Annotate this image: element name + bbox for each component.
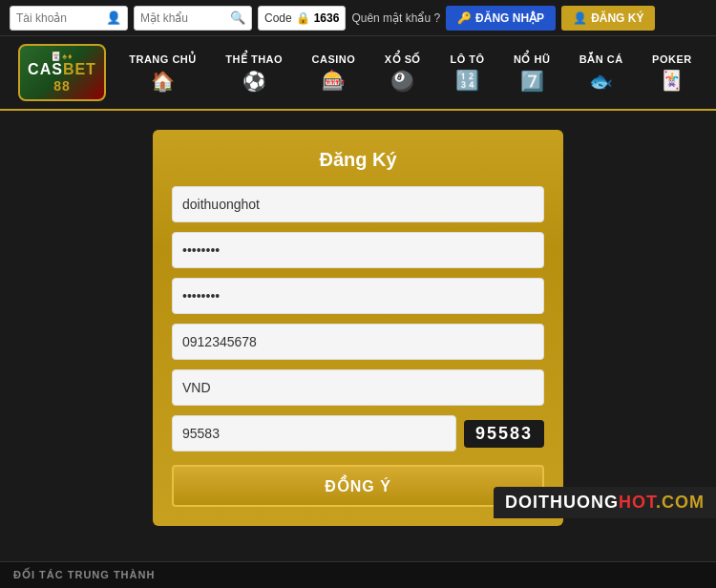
submit-button[interactable]: ĐỒNG Ý [172, 465, 544, 507]
login-icon: 🔑 [457, 11, 472, 25]
register-button[interactable]: 👤 ĐĂNG KÝ [561, 6, 655, 31]
nav-item-trangchu[interactable]: TRANG CHỦ 🏠 [121, 50, 204, 96]
nav-label-loto: LÔ TÔ [450, 53, 484, 65]
username-input-wrap: 👤 [10, 6, 128, 31]
form-title: Đăng Ký [172, 149, 544, 171]
logo-top: 🃏♠♦ [28, 52, 96, 61]
badge-com: COM [662, 493, 705, 512]
code-value: 1636 [314, 11, 340, 25]
search-icon: 🔍 [230, 10, 245, 25]
lock-icon: 🔒 [296, 11, 310, 25]
nav-item-thethao[interactable]: THỂ THAO ⚽ [218, 50, 290, 96]
nav-label-trangchu: TRANG CHỦ [129, 53, 197, 66]
nav-item-casino[interactable]: CASINO 🎰 [305, 50, 364, 95]
password-field [172, 232, 544, 268]
register-form: Đăng Ký doithuonghot 95583 ĐỒNG Ý [153, 130, 563, 526]
nav-icon-xoso: 🎱 [390, 70, 414, 93]
login-label: ĐĂNG NHẬP [475, 11, 544, 25]
main-content: Đăng Ký doithuonghot 95583 ĐỒNG Ý DOITHU… [0, 111, 716, 545]
currency-field [172, 369, 544, 406]
nav-item-loto[interactable]: LÔ TÔ 🔢 [442, 50, 492, 95]
captcha-display: 95583 [464, 420, 544, 448]
reg-password-input[interactable] [172, 232, 544, 268]
nav-item-poker[interactable]: POKER 🃏 [644, 50, 700, 95]
password-input-wrap: 🔍 [134, 6, 252, 31]
nav-items: TRANG CHỦ 🏠 THỂ THAO ⚽ CASINO 🎰 XỔ SỐ 🎱 … [115, 50, 706, 96]
captcha-input[interactable] [172, 415, 456, 452]
footer-badge-text: DOITHUONGHOT.COM [505, 493, 705, 513]
badge-hot: HOT [619, 493, 656, 512]
register-icon: 👤 [573, 11, 587, 25]
nav-item-xoso[interactable]: XỔ SỐ 🎱 [377, 50, 429, 96]
username-field: doithuonghot [172, 186, 544, 222]
logo-area: 🃏♠♦ CASBET 88 [10, 44, 115, 101]
confirm-password-field [172, 278, 544, 314]
nav-icon-thethao: ⚽ [242, 70, 266, 93]
badge-thuong: THUONG [538, 493, 619, 512]
badge-doi: DOI [505, 493, 538, 512]
code-label: Code [264, 11, 292, 25]
code-box: Code 🔒 1636 [258, 6, 346, 31]
bottom-label: ĐỐI TÁC TRUNG THÀNH [13, 569, 155, 581]
nav-item-banca[interactable]: BẮN CÁ 🐟 [572, 50, 631, 96]
nav-icon-casino: 🎰 [322, 69, 346, 92]
reg-phone-input[interactable] [172, 324, 544, 360]
nav-bar: 🃏♠♦ CASBET 88 TRANG CHỦ 🏠 THỂ THAO ⚽ CAS… [0, 36, 716, 111]
nav-label-banca: BẮN CÁ [579, 53, 623, 66]
nav-label-thethao: THỂ THAO [225, 53, 283, 66]
username-input[interactable] [16, 11, 102, 25]
nav-label-poker: POKER [652, 53, 692, 65]
bottom-bar: ĐỐI TÁC TRUNG THÀNH [0, 561, 716, 588]
register-label: ĐĂNG KÝ [591, 11, 643, 25]
forgot-password-link[interactable]: Quên mật khẩu ? [351, 11, 440, 25]
nav-item-nohu[interactable]: NỔ HŨ 7️⃣ [506, 50, 558, 96]
user-icon: 👤 [106, 10, 121, 25]
nav-label-nohu: NỔ HŨ [514, 53, 550, 66]
logo: 🃏♠♦ CASBET 88 [18, 44, 106, 101]
password-input[interactable] [140, 11, 226, 25]
nav-label-casino: CASINO [312, 53, 356, 65]
top-bar: 👤 🔍 Code 🔒 1636 Quên mật khẩu ? 🔑 ĐĂNG N… [0, 0, 716, 36]
nav-icon-banca: 🐟 [589, 70, 613, 93]
phone-field [172, 324, 544, 360]
nav-icon-nohu: 7️⃣ [520, 70, 544, 93]
nav-icon-trangchu: 🏠 [151, 70, 175, 93]
reg-confirm-password-input[interactable] [172, 278, 544, 314]
nav-icon-loto: 🔢 [455, 69, 479, 92]
nav-icon-poker: 🃏 [660, 69, 684, 92]
captcha-field: 95583 [172, 415, 544, 452]
login-button[interactable]: 🔑 ĐĂNG NHẬP [446, 6, 556, 31]
footer-badge: DOITHUONGHOT.COM [494, 487, 716, 518]
logo-main: CASBET [28, 61, 96, 78]
logo-num: 88 [28, 78, 96, 94]
reg-currency-input[interactable] [172, 369, 544, 406]
reg-username-input[interactable]: doithuonghot [172, 186, 544, 222]
nav-label-xoso: XỔ SỐ [385, 53, 421, 66]
submit-label: ĐỒNG Ý [325, 478, 391, 494]
